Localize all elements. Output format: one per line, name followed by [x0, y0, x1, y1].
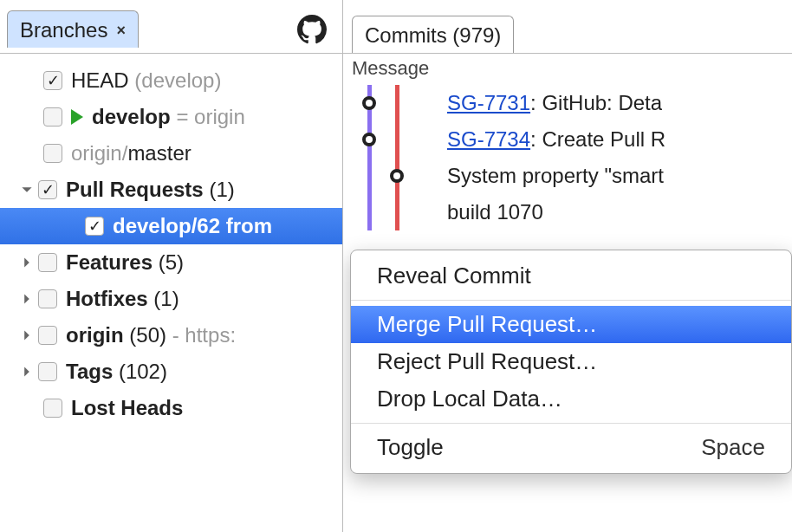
- checkbox-icon[interactable]: [38, 253, 57, 272]
- close-icon[interactable]: ×: [116, 23, 126, 38]
- tree-item-hotfixes[interactable]: Hotfixes (1): [0, 281, 342, 317]
- commit-message: SG-7731: GitHub: Deta: [447, 91, 662, 115]
- column-header-message: Message: [343, 54, 792, 85]
- commit-issue-link[interactable]: SG-7731: [447, 91, 530, 114]
- menu-toggle-label: Toggle: [377, 434, 444, 461]
- tree-label: Lost Heads: [71, 396, 183, 420]
- checkbox-icon[interactable]: ✓: [85, 217, 104, 236]
- checkbox-icon[interactable]: [38, 289, 57, 308]
- tree-item-origin-master[interactable]: origin/master: [0, 135, 342, 172]
- tree-item-pr-develop-62[interactable]: ✓ develop/62 from: [0, 208, 342, 244]
- commit-row[interactable]: System property "smart: [343, 158, 792, 194]
- tree-item-origin[interactable]: origin (50) - https:: [0, 317, 342, 354]
- commit-message: System property "smart: [447, 164, 664, 188]
- tree-label: Pull Requests (1): [66, 178, 235, 202]
- menu-shortcut: Space: [701, 434, 765, 461]
- chevron-right-icon[interactable]: [19, 291, 35, 307]
- menu-separator: [351, 300, 791, 301]
- checkbox-icon[interactable]: [43, 107, 62, 127]
- tab-branches[interactable]: Branches ×: [7, 10, 139, 48]
- chevron-right-icon[interactable]: [19, 255, 35, 270]
- commit-graph-icon: [352, 85, 447, 121]
- tree-label: HEAD (develop): [71, 68, 221, 93]
- context-menu: Reveal Commit Merge Pull Request… Reject…: [350, 250, 792, 474]
- tab-commits-label: Commits (979): [365, 23, 501, 48]
- tree-item-head[interactable]: ✓ HEAD (develop): [0, 62, 342, 99]
- checkbox-icon[interactable]: ✓: [43, 71, 62, 90]
- tree-item-develop[interactable]: develop = origin: [0, 99, 342, 135]
- checkbox-icon[interactable]: [43, 399, 62, 418]
- tree-label: Tags (102): [66, 360, 167, 384]
- branches-tree: ✓ HEAD (develop) develop = origin origin…: [0, 54, 342, 426]
- checkbox-icon[interactable]: ✓: [38, 180, 57, 199]
- commits-panel: Commits (979) Message SG-7731: GitHub: D…: [343, 0, 792, 532]
- branches-panel: Branches × ✓ HEAD (develop) develop = or…: [0, 0, 343, 532]
- tree-item-tags[interactable]: Tags (102): [0, 354, 342, 390]
- github-icon[interactable]: [297, 15, 327, 44]
- tree-label: Hotfixes (1): [66, 287, 179, 311]
- commit-message: build 1070: [447, 200, 543, 224]
- tab-branches-label: Branches: [20, 18, 107, 42]
- tree-label: develop = origin: [92, 105, 245, 129]
- chevron-right-icon[interactable]: [19, 328, 35, 343]
- commit-row[interactable]: build 1070: [343, 194, 792, 230]
- checkbox-icon[interactable]: [38, 362, 57, 381]
- commit-graph-icon: [352, 121, 447, 158]
- menu-drop-local-data[interactable]: Drop Local Data…: [351, 380, 791, 418]
- tree-label: develop/62 from: [113, 214, 272, 238]
- chevron-right-icon[interactable]: [19, 364, 35, 380]
- checkbox-icon[interactable]: [38, 326, 57, 345]
- left-tab-bar: Branches ×: [0, 0, 342, 54]
- commits-list: SG-7731: GitHub: Deta SG-7734: Create Pu…: [343, 85, 792, 532]
- chevron-down-icon[interactable]: [19, 182, 35, 198]
- right-tab-bar: Commits (979): [343, 0, 792, 54]
- menu-toggle[interactable]: Toggle Space: [351, 429, 791, 466]
- current-branch-icon: [71, 109, 83, 125]
- commit-row[interactable]: SG-7731: GitHub: Deta: [343, 85, 792, 121]
- menu-merge-pull-request[interactable]: Merge Pull Request…: [351, 306, 791, 343]
- commit-message: SG-7734: Create Pull R: [447, 127, 665, 152]
- commit-graph-icon: [352, 158, 447, 194]
- tree-label: Features (5): [66, 250, 184, 275]
- tree-label: origin/master: [71, 141, 192, 165]
- tree-item-pull-requests[interactable]: ✓ Pull Requests (1): [0, 172, 342, 208]
- checkbox-icon[interactable]: [43, 144, 62, 163]
- tree-item-lost-heads[interactable]: Lost Heads: [0, 390, 342, 426]
- menu-reveal-commit[interactable]: Reveal Commit: [351, 257, 791, 295]
- menu-reject-pull-request[interactable]: Reject Pull Request…: [351, 343, 791, 380]
- commit-issue-link[interactable]: SG-7734: [447, 127, 530, 151]
- commit-graph-icon: [352, 194, 447, 230]
- commit-row[interactable]: SG-7734: Create Pull R: [343, 121, 792, 158]
- menu-separator: [351, 423, 791, 424]
- tree-item-features[interactable]: Features (5): [0, 244, 342, 281]
- tab-commits[interactable]: Commits (979): [352, 16, 514, 53]
- tree-label: origin (50) - https:: [66, 323, 236, 347]
